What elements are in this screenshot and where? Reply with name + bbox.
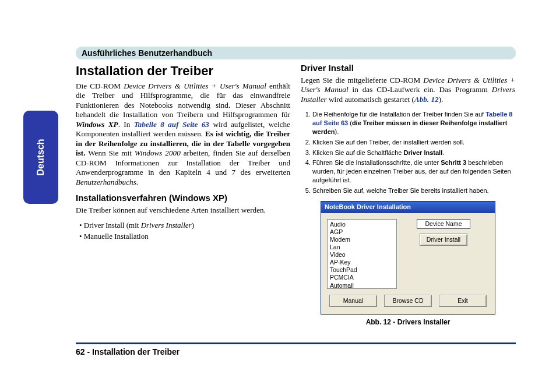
list-item: Manuelle Installation <box>79 232 290 241</box>
language-tab: Deutsch <box>23 111 58 204</box>
driver-install-paragraph: Legen Sie die mitgelieferte CD-ROM Devic… <box>301 76 515 105</box>
install-proc-text: Die Treiber können auf verschiedene Arte… <box>76 206 290 216</box>
right-column: Driver Install Legen Sie die mitgeliefer… <box>301 63 515 327</box>
figure-drivers-installer: NoteBook Driver Installation Audio AGP M… <box>301 201 515 327</box>
list-item: Führen Sie die Installationsschritte, di… <box>312 158 515 185</box>
footer-rule <box>76 342 516 344</box>
left-column: Installation der Treiber Die CD-ROM Devi… <box>76 63 290 327</box>
list-item[interactable]: Automail <box>330 282 394 289</box>
abb12-link[interactable]: Abb. 12 <box>414 95 439 104</box>
list-item: Die Reihenfolge für die Installation der… <box>312 110 515 136</box>
figure-caption: Abb. 12 - Drivers Installer <box>366 318 451 327</box>
list-item: Driver Install (mit Drivers Installer) <box>79 221 290 230</box>
window-titlebar: NoteBook Driver Installation <box>321 202 495 213</box>
language-tab-label: Deutsch <box>36 139 46 175</box>
list-item[interactable]: Video <box>330 251 394 259</box>
header-banner-text: Ausführliches Benutzerhandbuch <box>82 48 212 58</box>
list-item: Klicken Sie auf den Treiber, der install… <box>312 138 515 147</box>
page-content: Ausführliches Benutzerhandbuch Installat… <box>76 47 516 327</box>
list-item[interactable]: Audio <box>330 221 394 228</box>
device-name-field: Device Name <box>417 219 470 229</box>
exit-button[interactable]: Exit <box>439 295 487 307</box>
footer-text: 62 - Installation der Treiber <box>76 347 180 356</box>
driver-listbox[interactable]: Audio AGP Modem Lan Video AP-Key TouchPa… <box>327 219 397 289</box>
list-item[interactable]: PCMCIA <box>330 274 394 281</box>
browse-cd-button[interactable]: Browse CD <box>384 295 432 307</box>
list-item[interactable]: AGP <box>330 228 394 236</box>
manual-button[interactable]: Manual <box>329 295 377 307</box>
section-install-proc: Installationsverfahren (Windows XP) <box>76 193 290 204</box>
section-driver-install: Driver Install <box>301 63 515 74</box>
install-methods-list: Driver Install (mit Drivers Installer) M… <box>76 221 290 241</box>
list-item[interactable]: TouchPad <box>330 266 394 274</box>
list-item[interactable]: Lan <box>330 243 394 251</box>
list-item: Schreiben Sie auf, welche Treiber Sie be… <box>312 186 515 195</box>
header-banner: Ausführliches Benutzerhandbuch <box>76 47 516 59</box>
page-title: Installation der Treiber <box>76 63 290 79</box>
window-drivers-installer: NoteBook Driver Installation Audio AGP M… <box>321 201 495 315</box>
list-item[interactable]: Modem <box>330 236 394 243</box>
list-item: Klicken Sie auf die Schaltfläche Driver … <box>312 149 515 157</box>
driver-install-button[interactable]: Driver Install <box>420 234 467 246</box>
intro-paragraph: Die CD-ROM Device Drivers & Utilities + … <box>76 82 290 188</box>
list-item[interactable]: AP-Key <box>330 259 394 266</box>
table8-link[interactable]: Tabelle 8 auf Seite 63 <box>134 120 209 129</box>
install-steps: Die Reihenfolge für die Installation der… <box>301 110 515 195</box>
